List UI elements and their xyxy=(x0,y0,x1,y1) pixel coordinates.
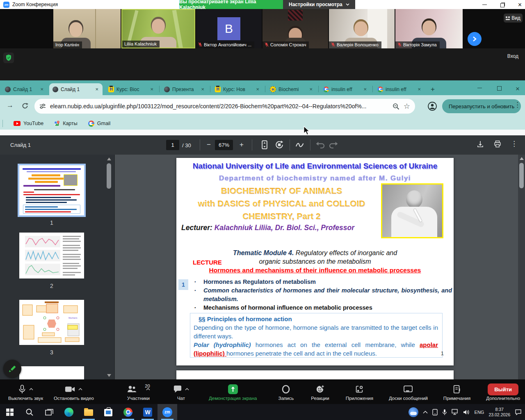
zoom-out-button[interactable]: − xyxy=(203,139,214,150)
participant-tile[interactable]: Валерія Волошенко xyxy=(329,9,395,48)
stop-video-button[interactable]: Остановить видео xyxy=(48,379,99,404)
apps-button[interactable]: Приложения xyxy=(340,379,379,404)
share-screen-button[interactable]: Демонстрация экрана xyxy=(203,379,262,404)
panel-scrollbar[interactable] xyxy=(105,155,112,371)
profile-icon[interactable] xyxy=(427,101,437,111)
scrollbar-thumb[interactable] xyxy=(107,163,111,189)
scrollbar-thumb[interactable] xyxy=(519,163,524,188)
notes-button[interactable]: Примечания xyxy=(438,379,476,404)
notification-center-icon[interactable] xyxy=(515,409,522,415)
participant-tile[interactable]: В Віктор Анатолійович ... xyxy=(196,9,262,48)
reactions-button[interactable]: Реакции xyxy=(306,379,334,404)
participant-tile[interactable]: Соломія Строкач xyxy=(262,9,328,48)
whiteboards-button[interactable]: Доски сообщений xyxy=(383,379,433,404)
tab-close-icon[interactable]: × xyxy=(200,86,205,92)
thumbnail-page-1[interactable] xyxy=(19,165,84,215)
bookmark-youtube[interactable]: YouTube xyxy=(14,121,43,126)
browser-tab[interactable]: Курс: Bioc × xyxy=(105,83,158,95)
tab-close-icon[interactable]: × xyxy=(417,86,422,92)
page-number-input[interactable]: 1 xyxy=(166,140,179,150)
minimize-button[interactable] xyxy=(482,2,487,7)
browser-tab[interactable]: Курс: Нов × xyxy=(212,83,263,95)
participants-button[interactable]: 20 Участники xyxy=(121,379,155,404)
weather-icon[interactable] xyxy=(409,407,418,417)
start-button[interactable] xyxy=(0,404,20,420)
bookmark-star-icon[interactable]: ☆ xyxy=(404,102,410,111)
undo-button[interactable] xyxy=(315,139,326,150)
network-icon[interactable] xyxy=(452,409,459,415)
taskbar-edge[interactable] xyxy=(59,404,79,420)
taskbar-chrome[interactable] xyxy=(118,404,138,420)
reload-button[interactable] xyxy=(21,102,29,110)
fit-page-button[interactable] xyxy=(259,139,270,150)
pdf-more-menu-icon[interactable]: ⋮ xyxy=(511,139,518,148)
hidden-icons-chevron[interactable] xyxy=(423,411,428,414)
participant-tile[interactable]: Вікторія Замула xyxy=(395,9,463,48)
view-settings-button[interactable]: Настройки просмотра xyxy=(283,0,355,9)
zoom-in-button[interactable]: + xyxy=(236,139,247,150)
new-tab-button[interactable]: + xyxy=(428,85,437,94)
zoom-level-input[interactable]: 67% xyxy=(215,140,233,150)
taskbar-clock[interactable]: 8:37 23.02.2026 xyxy=(488,407,510,418)
taskbar-search-button[interactable] xyxy=(20,404,39,420)
site-settings-icon[interactable] xyxy=(39,103,46,109)
annotation-pencil-button[interactable] xyxy=(3,360,21,378)
task-view-button[interactable] xyxy=(39,404,59,420)
bookmark-maps[interactable]: Карты xyxy=(54,121,78,127)
mute-button[interactable]: Выключить звук xyxy=(0,379,48,404)
taskbar-word[interactable] xyxy=(138,404,158,420)
main-scrollbar[interactable] xyxy=(518,155,525,379)
leave-meeting-button[interactable]: Выйти xyxy=(488,383,518,395)
language-indicator[interactable]: ENG xyxy=(475,410,484,415)
thumbnail-page-2[interactable] xyxy=(19,233,84,278)
chevron-up-icon[interactable] xyxy=(29,388,33,390)
entry-button[interactable]: Вход xyxy=(507,53,518,59)
minimize-button[interactable] xyxy=(477,85,482,91)
close-button[interactable] xyxy=(516,85,521,91)
zoom-page-icon[interactable] xyxy=(393,103,399,110)
participant-tile-active-speaker[interactable]: Liliia Kalachniuk xyxy=(121,9,195,48)
maximize-button[interactable] xyxy=(496,85,502,91)
thumbnail-page-3[interactable]: Mechanis xyxy=(19,300,84,345)
participant-tile[interactable]: Ігор Калінін xyxy=(53,9,121,48)
tab-close-icon[interactable]: × xyxy=(39,86,44,92)
taskbar-file-explorer[interactable] xyxy=(79,404,98,420)
print-button[interactable] xyxy=(493,140,502,148)
browser-tab[interactable]: Слайд 1 × xyxy=(2,83,48,95)
next-participants-button[interactable] xyxy=(468,32,482,46)
redo-button[interactable] xyxy=(328,139,339,150)
chevron-up-icon[interactable] xyxy=(78,388,82,390)
tab-close-icon[interactable]: × xyxy=(94,86,99,92)
maximize-button[interactable] xyxy=(500,2,505,7)
taskbar-store[interactable] xyxy=(98,404,118,420)
device-icon[interactable] xyxy=(432,409,438,415)
browser-menu-icon[interactable]: ⋮ xyxy=(514,100,521,109)
security-shield-button[interactable] xyxy=(3,52,14,63)
browser-tab[interactable]: insulin eff × xyxy=(374,83,425,95)
chevron-up-icon[interactable] xyxy=(185,388,189,390)
restart-update-button[interactable]: Перезапустить и обновить xyxy=(442,99,521,113)
tab-close-icon[interactable]: × xyxy=(255,86,260,92)
browser-tab[interactable]: Biochemi × xyxy=(267,83,317,95)
browser-tab[interactable]: Презента × xyxy=(161,83,208,95)
record-button[interactable]: Запись xyxy=(273,379,299,404)
volume-icon[interactable] xyxy=(463,409,470,415)
chat-button[interactable]: Чат xyxy=(168,379,194,404)
annotate-pen-button[interactable] xyxy=(294,139,305,150)
scroll-down-icon[interactable] xyxy=(107,374,111,377)
download-button[interactable] xyxy=(476,140,484,148)
view-layout-button[interactable]: Вид xyxy=(504,14,523,23)
tab-close-icon[interactable]: × xyxy=(308,86,313,92)
tab-close-icon[interactable]: × xyxy=(363,86,368,92)
tab-close-icon[interactable]: × xyxy=(149,86,154,92)
forward-button[interactable]: → xyxy=(7,101,14,110)
browser-tab-active[interactable]: Слайд 1 × xyxy=(49,83,103,95)
scroll-up-icon[interactable] xyxy=(107,158,111,160)
scroll-up-icon[interactable] xyxy=(520,157,524,160)
address-bar[interactable]: elearn.nubip.edu.ua/pluginfile.php/10031… xyxy=(34,99,415,114)
taskbar-zoom[interactable] xyxy=(158,404,177,420)
thumbnail-page-4[interactable] xyxy=(19,366,84,379)
tray-mic-icon[interactable] xyxy=(442,409,447,415)
rotate-button[interactable] xyxy=(274,139,285,150)
close-button[interactable] xyxy=(517,2,523,7)
